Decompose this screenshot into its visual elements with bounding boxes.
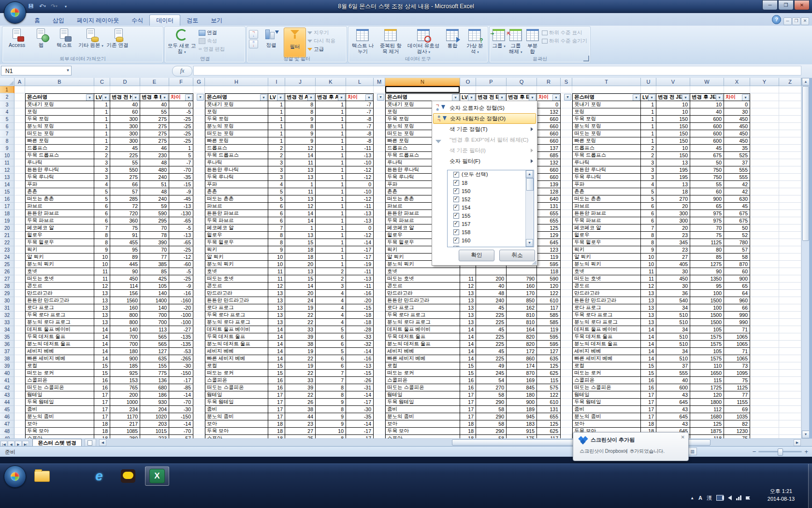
cell[interactable] [14, 420, 25, 428]
hscroll-left-icon[interactable]: ◀ [99, 439, 106, 446]
diff-value-cell[interactable]: -12 [346, 232, 374, 239]
cell[interactable] [14, 101, 25, 108]
menu-item-sort-by-color[interactable]: 색 기준 정렬(T) [432, 124, 537, 134]
cell[interactable] [193, 297, 205, 304]
diff-value-cell[interactable]: -17 [346, 428, 374, 435]
monster-name-cell[interactable]: 떠도는 촌촌 [25, 195, 94, 203]
lv-cell[interactable]: 13 [94, 297, 110, 304]
properties-button[interactable]: 속성 [198, 37, 227, 45]
diff-value-cell[interactable]: 125 [537, 224, 561, 232]
after-value-cell[interactable]: 1 [316, 130, 346, 137]
cell[interactable] [193, 181, 205, 188]
monster-name-cell[interactable]: 보아 [25, 420, 94, 428]
after-value-cell[interactable]: 80 [690, 246, 724, 254]
lv-cell[interactable]: 14 [641, 326, 656, 333]
before-value-cell[interactable]: 300 [110, 137, 140, 145]
monster-name-cell[interactable]: 튼튼한 만드라고라 [572, 297, 641, 304]
diff-value-cell[interactable]: 655 [537, 413, 561, 420]
lv-cell[interactable]: 17 [641, 399, 656, 406]
cell[interactable] [724, 86, 750, 93]
after-value-cell[interactable]: 1 [316, 108, 346, 116]
monster-name-cell[interactable]: 두목 루나틱 [572, 174, 641, 181]
after-value-cell[interactable]: 100 [690, 290, 724, 297]
before-value-cell[interactable]: 225 [476, 341, 507, 348]
cell[interactable] [14, 246, 25, 254]
before-value-cell[interactable]: 89 [110, 254, 140, 261]
diff-value-cell[interactable]: 42 [724, 188, 750, 195]
monster-name-cell[interactable]: 분노의 좀비 [385, 413, 460, 420]
before-value-cell[interactable]: 44 [285, 413, 316, 420]
lv-cell[interactable]: 15 [94, 370, 110, 377]
diff-value-cell[interactable]: 660 [537, 123, 561, 130]
before-value-cell[interactable]: 720 [110, 210, 140, 217]
diff-value-cell[interactable]: -9 [169, 188, 193, 195]
cell[interactable] [561, 261, 572, 268]
after-value-cell[interactable]: 900 [507, 399, 537, 406]
zoom-slider[interactable] [758, 451, 802, 452]
cell[interactable] [561, 420, 572, 428]
lv-cell[interactable]: 14 [94, 341, 110, 348]
row-header-1[interactable]: 1 [0, 86, 14, 93]
diff-value-cell[interactable]: -8 [346, 130, 374, 137]
cell[interactable] [779, 413, 801, 420]
after-value-cell[interactable]: 48 [140, 159, 169, 166]
monster-name-cell[interactable]: 웜테일 [572, 391, 641, 399]
cell[interactable] [374, 428, 385, 435]
column-header-M[interactable]: M [374, 78, 385, 86]
cell[interactable] [750, 123, 779, 130]
row-header-11[interactable]: 11 [0, 159, 14, 166]
from-web-button[interactable]: 웹 [31, 28, 51, 57]
lv-cell[interactable]: 10 [641, 254, 656, 261]
cell[interactable] [14, 297, 25, 304]
cell[interactable] [750, 348, 779, 355]
lv-cell[interactable]: 13 [94, 304, 110, 312]
start-button[interactable] [4, 465, 26, 488]
monster-name-cell[interactable]: 떠도는 로커 [205, 370, 268, 377]
cell[interactable] [779, 370, 801, 377]
monster-name-cell[interactable]: 윌로우 [205, 232, 268, 239]
monster-name-cell[interactable]: 드롭프스 [205, 145, 268, 152]
diff-value-cell[interactable]: 450 [724, 130, 750, 137]
diff-value-cell[interactable]: 82 [724, 420, 750, 428]
lv-cell[interactable]: 7 [94, 224, 110, 232]
lv-cell[interactable]: 13 [94, 312, 110, 319]
before-value-cell[interactable]: 150 [656, 130, 690, 137]
diff-value-cell[interactable]: 685 [537, 152, 561, 159]
table-header-lv[interactable]: LV▼ [641, 93, 656, 101]
dropbox-notification[interactable]: 스크린샷이 추가됨 스크린샷이 Dropbox에 추가되었습니다. ✕ [573, 432, 689, 461]
monster-name-cell[interactable]: 촌촌 [205, 188, 268, 195]
after-value-cell[interactable]: 750 [690, 166, 724, 174]
diff-value-cell[interactable]: -18 [346, 319, 374, 326]
diff-value-cell[interactable]: 990 [724, 319, 750, 326]
monster-name-cell[interactable]: 파브르 [25, 203, 94, 210]
lv-cell[interactable]: 17 [268, 406, 285, 413]
monster-name-cell[interactable]: 분노의 픽키 [205, 261, 268, 268]
lv-cell[interactable]: 1 [268, 101, 285, 108]
cell[interactable] [750, 435, 779, 438]
monster-name-cell[interactable]: 만드라고라 [25, 290, 94, 297]
monster-name-cell[interactable]: 두목 데저트 울프 [572, 333, 641, 341]
before-value-cell[interactable]: 55 [110, 159, 140, 166]
cell[interactable] [374, 217, 385, 224]
after-value-cell[interactable]: 125 [690, 420, 724, 428]
diff-value-cell[interactable]: 1065 [724, 341, 750, 348]
before-value-cell[interactable]: 800 [110, 319, 140, 326]
filter-dropdown-button[interactable]: ▼ [161, 94, 168, 101]
before-value-cell[interactable]: 25 [285, 435, 316, 438]
after-value-cell[interactable]: 40 [690, 108, 724, 116]
lv-cell[interactable]: 6 [94, 203, 110, 210]
lv-cell[interactable]: 5 [268, 195, 285, 203]
monster-name-cell[interactable]: 떠도는 로커 [25, 370, 94, 377]
show-hidden-icons-icon[interactable]: ▲ [690, 496, 694, 500]
cell[interactable] [779, 203, 801, 210]
after-value-cell[interactable]: 140 [140, 290, 169, 297]
cell[interactable] [779, 166, 801, 174]
before-value-cell[interactable]: 300 [656, 217, 690, 224]
lv-cell[interactable]: 11 [641, 275, 656, 283]
after-value-cell[interactable]: 4 [316, 297, 346, 304]
cell[interactable] [750, 86, 779, 93]
row-header-42[interactable]: 42 [0, 384, 14, 391]
before-value-cell[interactable]: 12 [285, 203, 316, 210]
cell[interactable] [14, 377, 25, 384]
before-value-cell[interactable]: 234 [110, 406, 140, 413]
